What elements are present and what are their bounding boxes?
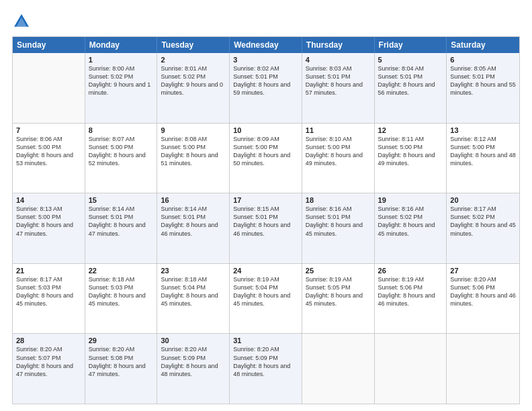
calendar-cell-r1c2: 1Sunrise: 8:00 AM Sunset: 5:02 PM Daylig… — [85, 53, 158, 123]
day-info: Sunrise: 8:18 AM Sunset: 5:04 PM Dayligh… — [161, 275, 226, 308]
day-info: Sunrise: 8:02 AM Sunset: 5:01 PM Dayligh… — [233, 64, 298, 97]
calendar-cell-r3c7: 20Sunrise: 8:17 AM Sunset: 5:02 PM Dayli… — [447, 193, 519, 263]
calendar: SundayMondayTuesdayWednesdayThursdayFrid… — [12, 36, 520, 404]
day-number: 4 — [306, 56, 371, 64]
header — [12, 12, 520, 31]
calendar-cell-r1c7: 6Sunrise: 8:05 AM Sunset: 5:01 PM Daylig… — [447, 53, 519, 123]
day-info: Sunrise: 8:11 AM Sunset: 5:00 PM Dayligh… — [378, 135, 443, 168]
day-number: 7 — [16, 126, 81, 134]
page: SundayMondayTuesdayWednesdayThursdayFrid… — [0, 0, 532, 411]
day-info: Sunrise: 8:17 AM Sunset: 5:03 PM Dayligh… — [16, 275, 81, 308]
day-number: 11 — [306, 126, 371, 134]
day-number: 20 — [450, 196, 516, 204]
weekday-header-wednesday: Wednesday — [230, 37, 302, 53]
calendar-cell-r4c6: 26Sunrise: 8:19 AM Sunset: 5:06 PM Dayli… — [375, 264, 447, 334]
day-number: 15 — [89, 196, 154, 204]
day-info: Sunrise: 8:20 AM Sunset: 5:06 PM Dayligh… — [450, 275, 516, 308]
calendar-cell-r2c2: 8Sunrise: 8:07 AM Sunset: 5:00 PM Daylig… — [85, 124, 158, 193]
weekday-header-monday: Monday — [85, 37, 158, 53]
calendar-cell-r5c2: 29Sunrise: 8:20 AM Sunset: 5:08 PM Dayli… — [85, 334, 158, 404]
day-number: 30 — [161, 336, 226, 345]
day-number: 25 — [306, 267, 371, 275]
day-number: 27 — [450, 267, 516, 275]
calendar-cell-r5c6 — [375, 334, 447, 404]
day-info: Sunrise: 8:20 AM Sunset: 5:09 PM Dayligh… — [161, 345, 226, 378]
calendar-cell-r3c1: 14Sunrise: 8:13 AM Sunset: 5:00 PM Dayli… — [13, 193, 85, 263]
day-info: Sunrise: 8:17 AM Sunset: 5:02 PM Dayligh… — [450, 205, 516, 238]
day-info: Sunrise: 8:06 AM Sunset: 5:00 PM Dayligh… — [16, 135, 81, 168]
logo-icon — [12, 12, 31, 31]
calendar-cell-r4c7: 27Sunrise: 8:20 AM Sunset: 5:06 PM Dayli… — [447, 264, 519, 334]
calendar-cell-r3c5: 18Sunrise: 8:16 AM Sunset: 5:01 PM Dayli… — [302, 193, 375, 263]
calendar-cell-r3c4: 17Sunrise: 8:15 AM Sunset: 5:01 PM Dayli… — [230, 193, 302, 263]
calendar-cell-r2c3: 9Sunrise: 8:08 AM Sunset: 5:00 PM Daylig… — [157, 124, 230, 193]
calendar-cell-r5c7 — [447, 334, 519, 404]
day-info: Sunrise: 8:20 AM Sunset: 5:08 PM Dayligh… — [89, 345, 154, 378]
day-number: 21 — [16, 267, 81, 275]
day-info: Sunrise: 8:20 AM Sunset: 5:07 PM Dayligh… — [16, 345, 81, 378]
day-number: 10 — [233, 126, 298, 134]
calendar-cell-r4c3: 23Sunrise: 8:18 AM Sunset: 5:04 PM Dayli… — [157, 264, 230, 334]
weekday-header-saturday: Saturday — [447, 37, 519, 53]
day-number: 16 — [161, 196, 226, 204]
calendar-cell-r2c4: 10Sunrise: 8:09 AM Sunset: 5:00 PM Dayli… — [230, 124, 302, 193]
day-info: Sunrise: 8:09 AM Sunset: 5:00 PM Dayligh… — [233, 135, 298, 168]
calendar-cell-r5c1: 28Sunrise: 8:20 AM Sunset: 5:07 PM Dayli… — [13, 334, 85, 404]
day-info: Sunrise: 8:14 AM Sunset: 5:01 PM Dayligh… — [89, 205, 154, 238]
day-info: Sunrise: 8:04 AM Sunset: 5:01 PM Dayligh… — [378, 64, 443, 97]
day-number: 19 — [378, 196, 443, 204]
day-number: 29 — [89, 336, 154, 345]
calendar-row-4: 21Sunrise: 8:17 AM Sunset: 5:03 PM Dayli… — [13, 264, 519, 334]
calendar-cell-r4c2: 22Sunrise: 8:18 AM Sunset: 5:03 PM Dayli… — [85, 264, 158, 334]
day-number: 31 — [233, 336, 298, 345]
day-info: Sunrise: 8:05 AM Sunset: 5:01 PM Dayligh… — [450, 64, 516, 97]
calendar-cell-r2c5: 11Sunrise: 8:10 AM Sunset: 5:00 PM Dayli… — [302, 124, 375, 193]
calendar-cell-r3c2: 15Sunrise: 8:14 AM Sunset: 5:01 PM Dayli… — [85, 193, 158, 263]
day-info: Sunrise: 8:13 AM Sunset: 5:00 PM Dayligh… — [16, 205, 81, 238]
weekday-header-friday: Friday — [375, 37, 447, 53]
calendar-cell-r4c5: 25Sunrise: 8:19 AM Sunset: 5:05 PM Dayli… — [302, 264, 375, 334]
calendar-cell-r5c4: 31Sunrise: 8:20 AM Sunset: 5:09 PM Dayli… — [230, 334, 302, 404]
calendar-row-2: 7Sunrise: 8:06 AM Sunset: 5:00 PM Daylig… — [13, 124, 519, 194]
day-number: 3 — [233, 56, 298, 64]
day-info: Sunrise: 8:19 AM Sunset: 5:05 PM Dayligh… — [306, 275, 371, 308]
day-info: Sunrise: 8:15 AM Sunset: 5:01 PM Dayligh… — [233, 205, 298, 238]
day-info: Sunrise: 8:14 AM Sunset: 5:01 PM Dayligh… — [161, 205, 226, 238]
calendar-cell-r2c7: 13Sunrise: 8:12 AM Sunset: 5:00 PM Dayli… — [447, 124, 519, 193]
day-info: Sunrise: 8:16 AM Sunset: 5:02 PM Dayligh… — [378, 205, 443, 238]
calendar-cell-r1c4: 3Sunrise: 8:02 AM Sunset: 5:01 PM Daylig… — [230, 53, 302, 123]
day-number: 14 — [16, 196, 81, 204]
weekday-header-thursday: Thursday — [302, 37, 375, 53]
day-info: Sunrise: 8:07 AM Sunset: 5:00 PM Dayligh… — [89, 135, 154, 168]
calendar-row-1: 1Sunrise: 8:00 AM Sunset: 5:02 PM Daylig… — [13, 53, 519, 124]
calendar-cell-r1c6: 5Sunrise: 8:04 AM Sunset: 5:01 PM Daylig… — [375, 53, 447, 123]
calendar-cell-r2c1: 7Sunrise: 8:06 AM Sunset: 5:00 PM Daylig… — [13, 124, 85, 193]
calendar-header: SundayMondayTuesdayWednesdayThursdayFrid… — [13, 37, 519, 53]
day-number: 22 — [89, 267, 154, 275]
calendar-row-5: 28Sunrise: 8:20 AM Sunset: 5:07 PM Dayli… — [13, 334, 519, 404]
day-number: 12 — [378, 126, 443, 134]
day-number: 18 — [306, 196, 371, 204]
calendar-cell-r4c4: 24Sunrise: 8:19 AM Sunset: 5:04 PM Dayli… — [230, 264, 302, 334]
day-number: 17 — [233, 196, 298, 204]
calendar-cell-r2c6: 12Sunrise: 8:11 AM Sunset: 5:00 PM Dayli… — [375, 124, 447, 193]
day-number: 28 — [16, 336, 81, 345]
calendar-cell-r5c5 — [302, 334, 375, 404]
day-info: Sunrise: 8:20 AM Sunset: 5:09 PM Dayligh… — [233, 345, 298, 378]
day-number: 9 — [161, 126, 226, 134]
calendar-cell-r5c3: 30Sunrise: 8:20 AM Sunset: 5:09 PM Dayli… — [157, 334, 230, 404]
day-info: Sunrise: 8:18 AM Sunset: 5:03 PM Dayligh… — [89, 275, 154, 308]
calendar-cell-r1c3: 2Sunrise: 8:01 AM Sunset: 5:02 PM Daylig… — [157, 53, 230, 123]
day-number: 5 — [378, 56, 443, 64]
weekday-header-sunday: Sunday — [13, 37, 85, 53]
day-number: 1 — [89, 56, 154, 64]
calendar-cell-r1c1 — [13, 53, 85, 123]
calendar-cell-r3c3: 16Sunrise: 8:14 AM Sunset: 5:01 PM Dayli… — [157, 193, 230, 263]
day-info: Sunrise: 8:16 AM Sunset: 5:01 PM Dayligh… — [306, 205, 371, 238]
logo — [12, 12, 34, 31]
day-info: Sunrise: 8:03 AM Sunset: 5:01 PM Dayligh… — [306, 64, 371, 97]
calendar-row-3: 14Sunrise: 8:13 AM Sunset: 5:00 PM Dayli… — [13, 193, 519, 264]
day-number: 2 — [161, 56, 226, 64]
calendar-cell-r3c6: 19Sunrise: 8:16 AM Sunset: 5:02 PM Dayli… — [375, 193, 447, 263]
day-number: 8 — [89, 126, 154, 134]
